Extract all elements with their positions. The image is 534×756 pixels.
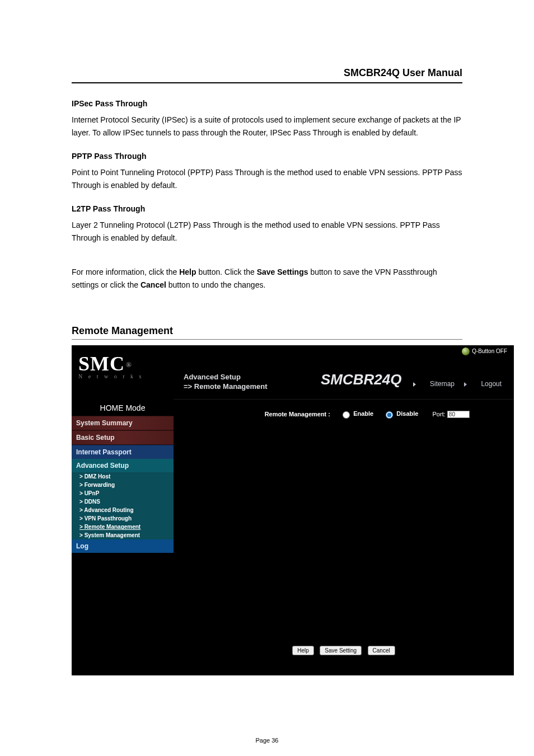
product-name: SMCBR24Q (321, 371, 401, 388)
sidebar-sub-remote[interactable]: > Remote Management (72, 523, 174, 531)
sidebar-item-log[interactable]: Log (72, 539, 174, 553)
q-button-label: Q-Button OFF (472, 348, 507, 354)
help-word: Help (179, 267, 196, 276)
cancel-button[interactable]: Cancel (368, 646, 395, 655)
sidebar-item-advanced[interactable]: Advanced Setup (72, 459, 174, 472)
button-row: Help Save Setting Cancel (174, 645, 514, 655)
pptp-heading: PPTP Pass Through (72, 152, 462, 161)
disable-radio[interactable] (386, 411, 393, 419)
l2tp-body: Layer 2 Tunneling Protocol (L2TP) Pass T… (72, 219, 462, 245)
ipsec-heading: IPSec Pass Through (72, 99, 462, 108)
q-button-icon (462, 348, 470, 355)
port-input[interactable] (447, 411, 470, 418)
moreinfo-body: For more information, click the Help but… (72, 266, 462, 292)
q-button-status: Q-Button OFF (462, 348, 507, 355)
brand-name: SMC (78, 353, 125, 375)
brand-logo: SMC® N e t w o r k s (78, 352, 143, 379)
remote-management-label: Remote Management : (174, 411, 330, 417)
sidebar-sub-routing[interactable]: > Advanced Routing (72, 506, 174, 514)
sidebar: HOME Mode System Summary Basic Setup Int… (72, 400, 174, 675)
header-rule (72, 82, 462, 83)
logout-link[interactable]: Logout (481, 380, 502, 388)
enable-radio[interactable] (343, 411, 350, 419)
moreinfo-d: button to undo the changes. (166, 280, 265, 289)
breadcrumb-l2: => Remote Management (184, 382, 268, 391)
moreinfo-a: For more information, click the (72, 267, 179, 276)
sidebar-sub-upnp[interactable]: > UPnP (72, 489, 174, 497)
save-word: Save Settings (257, 267, 308, 276)
l2tp-heading: L2TP Pass Through (72, 204, 462, 213)
main-panel: Remote Management : Enable Disable Port:… (174, 399, 514, 675)
remote-mgmt-title: Remote Management (72, 325, 462, 340)
sidebar-sub-system[interactable]: > System Management (72, 531, 174, 539)
moreinfo-b: button. Click the (196, 267, 257, 276)
sitemap-link[interactable]: Sitemap (430, 380, 455, 388)
sidebar-sub-forward[interactable]: > Forwarding (72, 481, 174, 489)
brand-reg: ® (126, 360, 132, 369)
page-number: Page 36 (0, 737, 534, 744)
sidebar-item-passport[interactable]: Internet Passport (72, 445, 174, 459)
sidebar-item-summary[interactable]: System Summary (72, 416, 174, 430)
enable-label: Enable (353, 410, 373, 417)
sidebar-sub-vpn[interactable]: > VPN Passthrough (72, 514, 174, 523)
port-label: Port: (433, 411, 446, 417)
ipsec-body: Internet Protocol Security (IPSec) is a … (72, 114, 462, 139)
router-ui-screenshot: Q-Button OFF SMC® N e t w o r k s Advanc… (72, 345, 514, 675)
disable-label: Disable (396, 410, 418, 417)
sidebar-item-basic[interactable]: Basic Setup (72, 430, 174, 445)
pptp-body: Point to Point Tunneling Protocol (PPTP)… (72, 166, 462, 192)
help-button[interactable]: Help (292, 646, 314, 655)
sidebar-subitems: > DMZ Host > Forwarding > UPnP > DDNS > … (72, 472, 174, 539)
disable-option[interactable]: Disable (383, 410, 420, 417)
brand-sub: N e t w o r k s (78, 373, 143, 379)
page-header: SMCBR24Q User Manual (72, 67, 462, 82)
sidebar-sub-dmz[interactable]: > DMZ Host (72, 472, 174, 481)
triangle-icon (464, 382, 470, 387)
sidebar-item-home[interactable]: HOME Mode (72, 400, 174, 416)
triangle-icon (413, 382, 419, 387)
breadcrumb-l1: Advanced Setup (184, 372, 268, 382)
breadcrumb: Advanced Setup => Remote Management (184, 372, 268, 391)
enable-option[interactable]: Enable (340, 410, 375, 417)
sidebar-sub-ddns[interactable]: > DDNS (72, 497, 174, 506)
cancel-word: Cancel (140, 280, 166, 289)
save-button[interactable]: Save Setting (320, 646, 362, 655)
top-links: Sitemap Logout (413, 380, 502, 388)
remote-management-row: Remote Management : Enable Disable Port: (174, 410, 508, 419)
